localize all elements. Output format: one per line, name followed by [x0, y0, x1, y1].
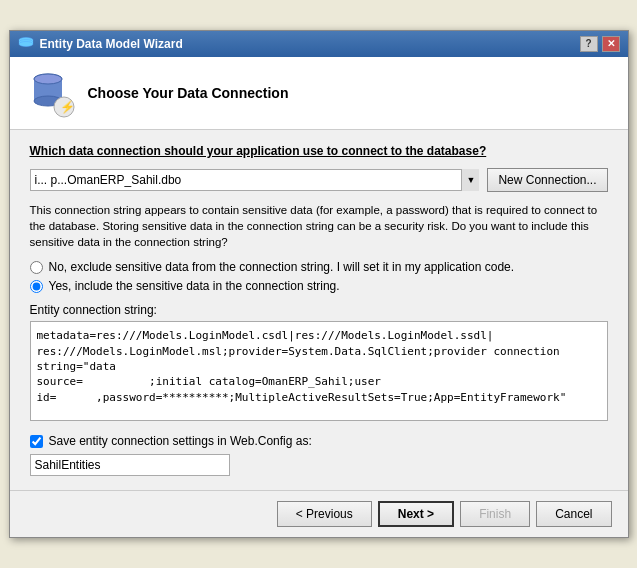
save-checkbox-row: Save entity connection settings in Web.C…: [30, 434, 608, 448]
database-icon: ⚡: [26, 69, 76, 117]
title-bar-left: Entity Data Model Wizard: [18, 36, 183, 52]
new-connection-button[interactable]: New Connection...: [487, 168, 607, 192]
close-button[interactable]: ✕: [602, 36, 620, 52]
footer-section: < Previous Next > Finish Cancel: [10, 490, 628, 537]
svg-text:⚡: ⚡: [60, 99, 75, 114]
help-button[interactable]: ?: [580, 36, 598, 52]
save-checkbox-input[interactable]: [30, 435, 43, 448]
radio-yes-option[interactable]: Yes, include the sensitive data in the c…: [30, 279, 608, 293]
radio-group: No, exclude sensitive data from the conn…: [30, 260, 608, 293]
next-button[interactable]: Next >: [378, 501, 454, 527]
radio-no-label: No, exclude sensitive data from the conn…: [49, 260, 515, 274]
svg-point-8: [34, 74, 62, 84]
dialog-title: Entity Data Model Wizard: [40, 37, 183, 51]
radio-yes-label: Yes, include the sensitive data in the c…: [49, 279, 340, 293]
content-section: Which data connection should your applic…: [10, 130, 628, 490]
radio-no-input[interactable]: [30, 261, 43, 274]
radio-yes-input[interactable]: [30, 280, 43, 293]
svg-point-4: [19, 41, 33, 46]
radio-no-option[interactable]: No, exclude sensitive data from the conn…: [30, 260, 608, 274]
header-title: Choose Your Data Connection: [88, 85, 289, 101]
connection-string-textarea[interactable]: metadata=res:///Models.LoginModel.csdl|r…: [30, 321, 608, 421]
connection-dropdown[interactable]: i... p...OmanERP_Sahil.dbo: [30, 169, 480, 191]
wizard-icon: [18, 36, 34, 52]
connection-row: i... p...OmanERP_Sahil.dbo ▼ New Connect…: [30, 168, 608, 192]
save-name-input[interactable]: [30, 454, 230, 476]
cancel-button[interactable]: Cancel: [536, 501, 611, 527]
connection-dropdown-wrapper[interactable]: i... p...OmanERP_Sahil.dbo ▼: [30, 169, 480, 191]
title-bar-controls: ? ✕: [580, 36, 620, 52]
header-section: ⚡ Choose Your Data Connection: [10, 57, 628, 130]
entity-connection-label: Entity connection string:: [30, 303, 608, 317]
sensitive-info-text: This connection string appears to contai…: [30, 202, 608, 250]
finish-button[interactable]: Finish: [460, 501, 530, 527]
question-label: Which data connection should your applic…: [30, 144, 608, 158]
entity-data-model-wizard-dialog: Entity Data Model Wizard ? ✕ ⚡ Choose Yo…: [9, 30, 629, 538]
previous-button[interactable]: < Previous: [277, 501, 372, 527]
save-checkbox-label: Save entity connection settings in Web.C…: [49, 434, 312, 448]
title-bar: Entity Data Model Wizard ? ✕: [10, 31, 628, 57]
